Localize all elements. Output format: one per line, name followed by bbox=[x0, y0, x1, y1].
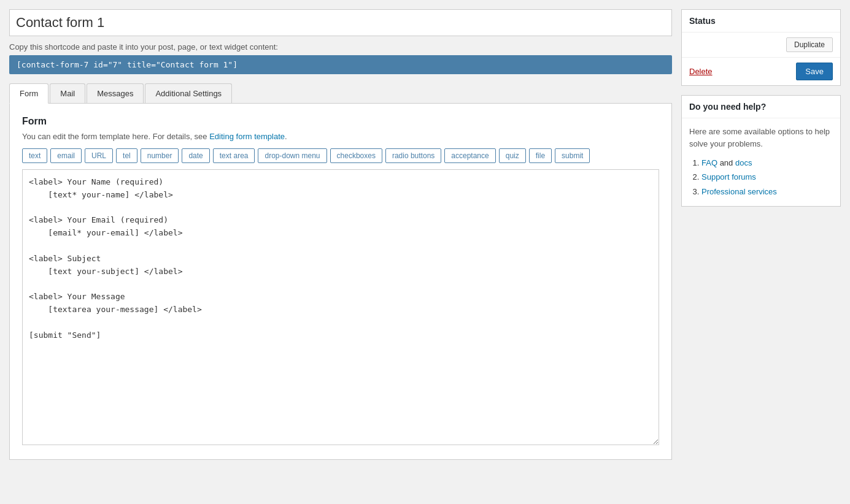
panel-description: You can edit the form template here. For… bbox=[22, 132, 659, 141]
tag-btn-text[interactable]: text bbox=[22, 148, 47, 163]
tag-btn-tel[interactable]: tel bbox=[116, 148, 137, 163]
form-editor-textarea[interactable] bbox=[22, 169, 659, 445]
duplicate-button[interactable]: Duplicate bbox=[786, 37, 833, 52]
save-button[interactable]: Save bbox=[796, 63, 833, 80]
help-description: Here are some available options to help … bbox=[689, 126, 833, 150]
delete-button[interactable]: Delete bbox=[689, 67, 713, 76]
help-item-2: Support forums bbox=[701, 170, 833, 184]
tag-btn-radio[interactable]: radio buttons bbox=[385, 148, 441, 163]
panel-title: Form bbox=[22, 116, 659, 127]
tab-mail[interactable]: Mail bbox=[50, 83, 85, 103]
help-item-1: FAQ and docs bbox=[701, 156, 833, 170]
sidebar: Status Duplicate Delete Save Do you need… bbox=[681, 9, 841, 460]
tag-btn-quiz[interactable]: quiz bbox=[499, 148, 526, 163]
tag-btn-acceptance[interactable]: acceptance bbox=[444, 148, 495, 163]
main-content: Copy this shortcode and paste it into yo… bbox=[9, 9, 672, 460]
status-actions: Duplicate bbox=[682, 32, 840, 57]
status-bottom: Delete Save bbox=[682, 57, 840, 85]
form-tab-panel: Form You can edit the form template here… bbox=[9, 104, 672, 460]
faq-link[interactable]: FAQ bbox=[701, 158, 717, 167]
tag-btn-email[interactable]: email bbox=[50, 148, 82, 163]
status-panel: Status Duplicate Delete Save bbox=[681, 9, 841, 86]
docs-link[interactable]: docs bbox=[735, 158, 752, 167]
form-title-input[interactable] bbox=[9, 9, 672, 36]
status-panel-title: Status bbox=[682, 10, 840, 32]
tab-form[interactable]: Form bbox=[9, 83, 48, 104]
page-layout: Copy this shortcode and paste it into yo… bbox=[9, 9, 841, 460]
help-panel-body: Here are some available options to help … bbox=[682, 118, 840, 206]
help-panel-title: Do you need help? bbox=[682, 96, 840, 118]
tabs-nav: Form Mail Messages Additional Settings bbox=[9, 83, 672, 104]
tag-btn-url[interactable]: URL bbox=[85, 148, 113, 163]
help-panel: Do you need help? Here are some availabl… bbox=[681, 95, 841, 207]
tag-btn-checkboxes[interactable]: checkboxes bbox=[330, 148, 382, 163]
tag-btn-date[interactable]: date bbox=[182, 148, 209, 163]
tag-btn-file[interactable]: file bbox=[529, 148, 552, 163]
help-item-3: Professional services bbox=[701, 185, 833, 199]
tag-btn-dropdown[interactable]: drop-down menu bbox=[258, 148, 326, 163]
tag-buttons-container: text email URL tel number date text area… bbox=[22, 148, 659, 163]
professional-services-link[interactable]: Professional services bbox=[701, 187, 777, 196]
tag-btn-submit[interactable]: submit bbox=[555, 148, 590, 163]
shortcode-hint: Copy this shortcode and paste it into yo… bbox=[9, 42, 672, 52]
tab-additional-settings[interactable]: Additional Settings bbox=[145, 83, 232, 103]
tag-btn-textarea[interactable]: text area bbox=[213, 148, 255, 163]
tag-btn-number[interactable]: number bbox=[141, 148, 179, 163]
shortcode-box[interactable]: [contact-form-7 id="7" title="Contact fo… bbox=[9, 55, 672, 74]
support-forums-link[interactable]: Support forums bbox=[701, 172, 756, 181]
tab-messages[interactable]: Messages bbox=[87, 83, 144, 103]
help-list: FAQ and docs Support forums Professional… bbox=[689, 156, 833, 199]
editing-form-template-link[interactable]: Editing form template bbox=[209, 132, 285, 141]
